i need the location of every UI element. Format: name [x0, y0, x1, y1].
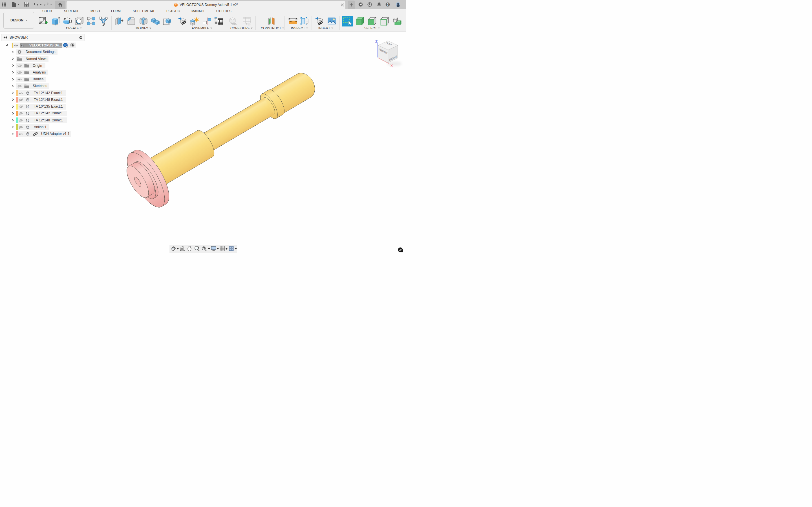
svg-text:Z: Z: [375, 40, 377, 44]
svg-text:?: ?: [387, 3, 389, 6]
svg-text:X: X: [391, 64, 393, 68]
